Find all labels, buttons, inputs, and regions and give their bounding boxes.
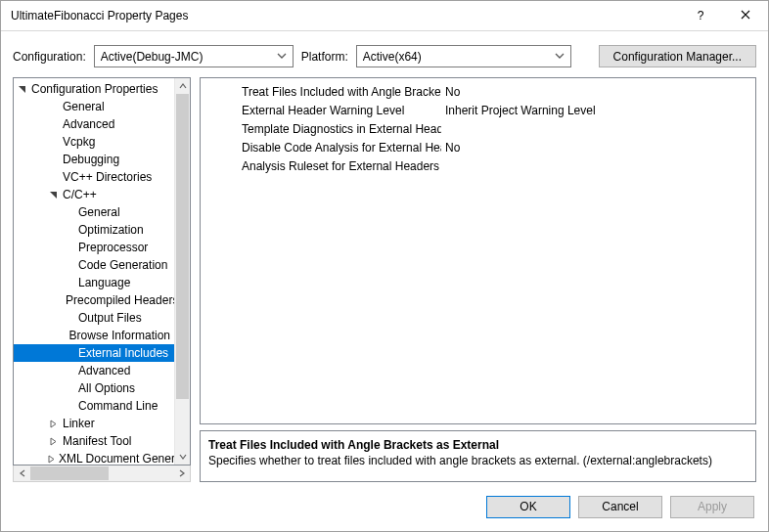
configuration-combo[interactable]: Active(Debug-JMC) (94, 45, 294, 67)
help-body: Specifies whether to treat files include… (208, 453, 747, 468)
tree-spacer (63, 347, 75, 360)
tree-item-label: Command Line (78, 399, 158, 413)
ok-label: OK (520, 500, 536, 513)
tree-item[interactable]: General (14, 98, 174, 115)
expander-closed-icon[interactable] (47, 418, 60, 430)
tree-item[interactable]: Advanced (14, 115, 174, 133)
tree-spacer (63, 312, 75, 325)
tree-item-label: General (63, 100, 105, 113)
tree-spacer (47, 101, 60, 113)
tree-item-label: General (78, 205, 120, 219)
cancel-label: Cancel (602, 500, 638, 513)
property-value[interactable]: No (441, 85, 749, 99)
scroll-track[interactable] (30, 466, 173, 481)
configuration-value: Active(Debug-JMC) (101, 50, 204, 64)
tree-spacer (47, 136, 60, 149)
scroll-down-icon[interactable] (175, 449, 190, 465)
tree-item-label: C/C++ (63, 188, 97, 201)
tree-spacer (63, 400, 75, 413)
property-row[interactable]: Treat Files Included with Angle Brackets… (242, 82, 749, 101)
tree-item[interactable]: Language (14, 274, 174, 291)
tree-item-label: Linker (63, 417, 95, 430)
tree-item-label: Language (78, 276, 130, 289)
property-row[interactable]: Template Diagnostics in External Headers (242, 119, 749, 138)
help-button[interactable]: ? (678, 1, 723, 30)
tree-item[interactable]: Precompiled Headers (14, 291, 174, 309)
tree-item[interactable]: Linker (14, 415, 174, 432)
expander-open-icon[interactable] (16, 83, 28, 96)
tree-item[interactable]: Configuration Properties (14, 80, 174, 98)
tree-item[interactable]: External Includes (14, 344, 174, 362)
tree-pane: Configuration PropertiesGeneralAdvancedV… (13, 77, 191, 466)
tree-item[interactable]: Preprocessor (14, 239, 174, 256)
platform-value: Active(x64) (363, 50, 422, 64)
tree-item[interactable]: XML Document Generator (14, 450, 174, 465)
scroll-thumb[interactable] (176, 94, 189, 399)
scroll-up-icon[interactable] (175, 78, 190, 94)
tree-item[interactable]: Output Files (14, 309, 174, 327)
tree-item-label: Browse Information (69, 329, 170, 342)
property-name: Analysis Ruleset for External Headers (242, 159, 441, 173)
tree-item-label: Debugging (63, 153, 119, 166)
expander-closed-icon[interactable] (47, 453, 56, 466)
configuration-manager-label: Configuration Manager... (613, 50, 742, 64)
property-row[interactable]: External Header Warning LevelInherit Pro… (242, 101, 749, 119)
config-row: Configuration: Active(Debug-JMC) Platfor… (1, 31, 768, 77)
right-column: Treat Files Included with Angle Brackets… (200, 77, 756, 482)
platform-combo[interactable]: Active(x64) (356, 45, 571, 67)
tree-item[interactable]: All Options (14, 379, 174, 397)
tree-horizontal-scrollbar[interactable] (13, 466, 191, 482)
configuration-manager-button[interactable]: Configuration Manager... (599, 45, 756, 67)
close-button[interactable] (723, 1, 768, 30)
property-row[interactable]: Analysis Ruleset for External Headers (242, 156, 749, 175)
property-name: Treat Files Included with Angle Brackets (242, 85, 441, 99)
tree-item[interactable]: Command Line (14, 397, 174, 415)
tree-item[interactable]: C/C++ (14, 186, 174, 203)
tree[interactable]: Configuration PropertiesGeneralAdvancedV… (14, 78, 174, 465)
tree-spacer (47, 154, 60, 166)
tree-spacer (47, 118, 60, 131)
tree-item[interactable]: Vcpkg (14, 133, 174, 151)
tree-column: Configuration PropertiesGeneralAdvancedV… (13, 77, 191, 482)
tree-item-label: Code Generation (78, 258, 167, 272)
tree-item-label: Preprocessor (78, 241, 148, 254)
tree-item[interactable]: Browse Information (14, 327, 174, 344)
tree-item[interactable]: VC++ Directories (14, 168, 174, 186)
tree-item[interactable]: Manifest Tool (14, 432, 174, 450)
chevron-down-icon (553, 49, 566, 63)
tree-item-label: External Includes (78, 346, 168, 360)
scroll-track[interactable] (175, 94, 190, 449)
apply-button[interactable]: Apply (670, 496, 754, 518)
ok-button[interactable]: OK (486, 496, 570, 518)
property-row[interactable]: Disable Code Analysis for External Heade… (242, 138, 749, 156)
expander-open-icon[interactable] (47, 189, 60, 201)
tree-item[interactable]: Advanced (14, 362, 174, 379)
scroll-thumb[interactable] (30, 466, 109, 480)
tree-item-label: Vcpkg (63, 135, 95, 149)
property-name: Disable Code Analysis for External Heade… (242, 141, 441, 155)
property-name: External Header Warning Level (242, 104, 441, 117)
cancel-button[interactable]: Cancel (578, 496, 662, 518)
property-value[interactable]: Inherit Project Warning Level (441, 104, 749, 117)
scroll-left-icon[interactable] (14, 466, 30, 481)
scroll-right-icon[interactable] (173, 466, 190, 481)
titlebar: UltimateFibonacci Property Pages ? (1, 1, 768, 31)
platform-label: Platform: (301, 50, 348, 64)
apply-label: Apply (698, 500, 727, 513)
property-value[interactable]: No (441, 141, 749, 155)
tree-vertical-scrollbar[interactable] (174, 78, 190, 465)
help-icon: ? (698, 9, 704, 22)
tree-item[interactable]: General (14, 203, 174, 221)
tree-item-label: All Options (78, 381, 135, 395)
expander-closed-icon[interactable] (47, 435, 60, 448)
tree-item[interactable]: Code Generation (14, 256, 174, 274)
tree-item[interactable]: Debugging (14, 151, 174, 168)
tree-item[interactable]: Optimization (14, 221, 174, 239)
window-title: UltimateFibonacci Property Pages (11, 9, 678, 22)
dialog-footer: OK Cancel Apply (1, 482, 768, 531)
tree-item-label: Advanced (63, 117, 114, 131)
chevron-down-icon (275, 49, 289, 63)
tree-item-label: VC++ Directories (63, 170, 152, 184)
tree-spacer (63, 242, 75, 254)
tree-item-label: XML Document Generator (59, 452, 174, 465)
